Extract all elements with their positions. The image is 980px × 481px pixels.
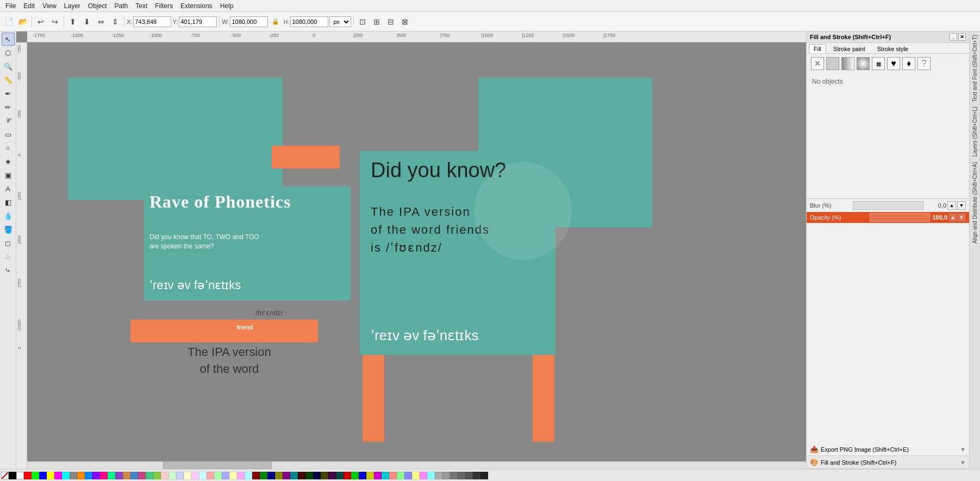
swatch-lmagenta[interactable] [191, 472, 199, 479]
swatch-darkcyan[interactable] [290, 472, 298, 479]
unit-select[interactable]: px [329, 16, 351, 27]
opacity-down-button[interactable]: ▼ [957, 213, 966, 222]
tool-connector[interactable]: ⤷ [2, 264, 15, 277]
swatch-gray5[interactable] [465, 472, 473, 479]
swatch-gray6[interactable] [473, 472, 480, 479]
swatch-silver[interactable] [435, 472, 442, 479]
blur-down-button[interactable]: ▼ [957, 201, 966, 210]
swatch-darkblue[interactable] [267, 472, 275, 479]
swatch-yellow[interactable] [47, 472, 54, 479]
swatch-blue2[interactable] [359, 472, 366, 479]
swatch-purple2[interactable] [328, 472, 336, 479]
menu-edit[interactable]: Edit [20, 1, 38, 11]
tool-pencil[interactable]: ✏ [2, 101, 15, 114]
tab-stroke-style[interactable]: Stroke style [872, 44, 913, 53]
menu-view[interactable]: View [39, 1, 60, 11]
tool-paint[interactable]: 🪣 [2, 223, 15, 236]
swatch-lcyan[interactable] [199, 472, 207, 479]
swatch-gray3[interactable] [450, 472, 458, 479]
swatch-maroon2[interactable] [298, 472, 305, 479]
y-input[interactable] [179, 16, 217, 27]
flip-v-button[interactable]: ⇕ [109, 15, 122, 28]
swatch-black[interactable] [9, 472, 16, 479]
swatch-tan[interactable] [123, 472, 130, 479]
swatch-red2[interactable] [344, 472, 351, 479]
new-button[interactable]: 📄 [2, 15, 15, 28]
fill-unknown-button[interactable]: ? [917, 57, 931, 70]
tool-spray[interactable]: ·:· [2, 250, 15, 263]
lock-proportions-button[interactable]: 🔒 [269, 15, 282, 28]
tool-pen[interactable]: ✒ [2, 87, 15, 100]
swatch-cream[interactable] [229, 472, 237, 479]
fill-pattern-button[interactable]: ▦ [872, 57, 885, 70]
swatch-lmint[interactable] [214, 472, 222, 479]
menu-text[interactable]: Text [132, 1, 151, 11]
zoom-in-button[interactable]: ⬆ [66, 15, 79, 28]
tool-rect[interactable]: ▭ [2, 128, 15, 141]
swatch-olive2[interactable] [321, 472, 328, 479]
swatch-periwinkle[interactable] [222, 472, 229, 479]
tool-circle[interactable]: ○ [2, 141, 15, 154]
swatch-white[interactable] [16, 472, 24, 479]
blur-up-button[interactable]: ▲ [947, 201, 956, 210]
opacity-up-button[interactable]: ▲ [948, 213, 957, 222]
menu-layer[interactable]: Layer [61, 1, 84, 11]
swatch-olive[interactable] [153, 472, 161, 479]
swatch-dkgreen2[interactable] [305, 472, 313, 479]
fill-swatch-button[interactable]: ♥ [887, 57, 900, 70]
layers-panel-label[interactable]: Layers (Shift+Ctrl+L) [971, 104, 978, 159]
canvas[interactable]: Rave of Phonetics Did you know that TO, … [27, 42, 806, 461]
tool-measure[interactable]: 📏 [2, 73, 15, 86]
tool-eraser[interactable]: ◻ [2, 236, 15, 249]
w-input[interactable] [230, 16, 268, 27]
open-button[interactable]: 📂 [16, 15, 29, 28]
swatch-navy2[interactable] [313, 472, 321, 479]
swatch-salmon[interactable] [207, 472, 214, 479]
swatch-cyan2[interactable] [382, 472, 389, 479]
swatch-gray7[interactable] [480, 472, 488, 479]
swatch-darkmagenta[interactable] [283, 472, 290, 479]
swatch-green2[interactable] [351, 472, 359, 479]
redo-button[interactable]: ↪ [48, 15, 61, 28]
swatch-lpink[interactable] [161, 472, 168, 479]
fill-none-button[interactable]: ✕ [811, 57, 824, 70]
tool-eyedrop[interactable]: 💧 [2, 209, 15, 222]
swatch-none[interactable] [1, 472, 9, 479]
swatch-rose[interactable] [237, 472, 245, 479]
fill-flat-button[interactable] [826, 57, 839, 70]
tool-text[interactable]: A [2, 182, 15, 195]
swatch-cornflower[interactable] [404, 472, 412, 479]
fill-heart-button[interactable]: ♦ [902, 57, 915, 70]
swatch-magenta[interactable] [54, 472, 62, 479]
tool-callig[interactable]: 𝒞 [2, 114, 15, 127]
text-font-panel-label[interactable]: Text and Font (Shift+Ctrl+T) [971, 33, 978, 104]
swatch-aqua[interactable] [245, 472, 252, 479]
fill-stroke-header[interactable]: Fill and Stroke (Shift+Ctrl+F) _ ✕ [807, 32, 969, 43]
swatch-blue[interactable] [39, 472, 47, 479]
swatch-purple[interactable] [92, 472, 100, 479]
undo-button[interactable]: ↩ [34, 15, 47, 28]
swatch-lblue[interactable] [176, 472, 184, 479]
menu-object[interactable]: Object [85, 1, 110, 11]
swatch-magenta2[interactable] [374, 472, 382, 479]
h-input[interactable] [290, 16, 328, 27]
blur-slider[interactable] [853, 201, 923, 210]
swatch-yellow2[interactable] [366, 472, 374, 479]
swatch-lightcyan2[interactable] [427, 472, 435, 479]
fill-radial-button[interactable] [857, 57, 870, 70]
menu-filters[interactable]: Filters [152, 1, 176, 11]
swatch-pink[interactable] [100, 472, 108, 479]
swatch-lightgreen2[interactable] [397, 472, 404, 479]
swatch-brown[interactable] [138, 472, 146, 479]
tool-node[interactable]: ⬡ [2, 46, 15, 59]
swatch-lgreen[interactable] [168, 472, 176, 479]
fill-stroke-footer-item[interactable]: 🎨 Fill and Stroke (Shift+Ctrl+F) ▼ [807, 456, 969, 469]
swatch-darkgreen[interactable] [260, 472, 267, 479]
swatch-gray[interactable] [70, 472, 77, 479]
swatch-lavender[interactable] [115, 472, 123, 479]
swatch-lightsalmon[interactable] [389, 472, 397, 479]
menu-path[interactable]: Path [111, 1, 132, 11]
swatch-teal2[interactable] [336, 472, 344, 479]
align-tl-button[interactable]: ⊡ [356, 15, 369, 28]
swatch-sea[interactable] [146, 472, 153, 479]
